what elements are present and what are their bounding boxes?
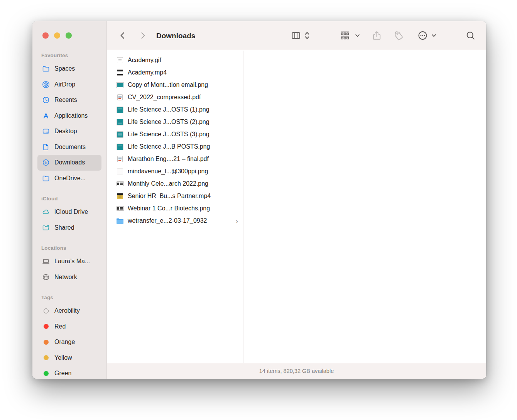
file-row[interactable]: mindavenue_l...@300ppi.png [107, 165, 243, 178]
video-thumbnail-icon [116, 69, 124, 76]
image-thumbnail-icon [116, 57, 124, 64]
sidebar-item-label: Spaces [54, 65, 75, 72]
sidebar-item-label: AirDrop [54, 81, 75, 88]
back-button[interactable] [118, 31, 127, 40]
tag-circle-outline-icon [42, 307, 50, 315]
file-browser: Academy.gif Academy.mp4 Copy of Mont...t… [107, 51, 486, 363]
sidebar-item-onedrive[interactable]: OneDrive... [37, 171, 101, 186]
file-name: CV_2022_compressed.pdf [128, 94, 201, 101]
column-view-button[interactable] [291, 30, 301, 41]
sidebar-item-tag-yellow[interactable]: Yellow [37, 350, 101, 366]
preview-column [244, 51, 486, 363]
image-thumbnail-icon [116, 180, 124, 187]
status-text: 14 items, 820,32 GB available [259, 368, 334, 374]
file-row-folder[interactable]: wetransfer_e...2-03-17_0932 › [107, 215, 243, 227]
sidebar-item-network[interactable]: Network [37, 269, 101, 285]
sidebar-item-label: Desktop [54, 128, 77, 135]
sidebar-item-label: Applications [54, 112, 88, 119]
pdf-thumbnail-icon [116, 94, 124, 101]
app-store-icon [42, 112, 50, 120]
file-name: Academy.mp4 [128, 69, 167, 76]
sidebar-item-icloud-drive[interactable]: iCloud Drive [37, 204, 101, 220]
sidebar-item-label: Green [54, 370, 71, 377]
image-thumbnail-icon [116, 143, 124, 150]
file-row[interactable]: Copy of Mont...tion email.png [107, 79, 243, 91]
image-thumbnail-icon [116, 131, 124, 138]
sidebar-item-label: Orange [54, 339, 75, 345]
sidebar-item-downloads[interactable]: Downloads [37, 155, 101, 171]
chevron-down-icon[interactable] [431, 33, 437, 39]
image-thumbnail-icon [116, 205, 124, 212]
sidebar-item-label: Downloads [54, 159, 85, 166]
sidebar-item-label: Documents [54, 144, 86, 151]
tag-circle-icon [42, 338, 50, 346]
sidebar-item-label: Laura’s Ma... [54, 258, 90, 265]
shared-folder-icon [42, 224, 50, 232]
finder-window: Favourites Spaces AirDrop [32, 21, 486, 379]
folder-icon [42, 64, 50, 73]
view-options-chevrons-icon[interactable] [304, 31, 310, 40]
download-circle-icon [42, 158, 50, 167]
file-row[interactable]: Life Science J...B POSTS.png [107, 141, 243, 153]
tag-circle-icon [42, 354, 50, 362]
clock-icon [42, 96, 50, 104]
sidebar-item-spaces[interactable]: Spaces [37, 61, 101, 77]
file-list-column: Academy.gif Academy.mp4 Copy of Mont...t… [107, 51, 243, 363]
group-by-button[interactable] [340, 30, 350, 41]
desktop-icon [42, 127, 50, 135]
file-row[interactable]: CV_2022_compressed.pdf [107, 91, 243, 103]
sidebar-item-tag-red[interactable]: Red [37, 319, 101, 335]
file-row[interactable]: Life Science J...OSTS (2).png [107, 116, 243, 128]
sidebar-item-shared[interactable]: Shared [37, 220, 101, 236]
file-row[interactable]: Academy.gif [107, 54, 243, 66]
sidebar-item-label: OneDrive... [54, 175, 86, 182]
toolbar: Downloads [107, 21, 486, 50]
file-row[interactable]: Webinar 1 Co...r Biotechs.png [107, 202, 243, 215]
sidebar-item-tag-aerobility[interactable]: Aerobility [37, 303, 101, 319]
sidebar-section-icloud: iCloud [32, 195, 106, 203]
folder-icon [116, 217, 124, 224]
sidebar-item-tag-green[interactable]: Green [37, 366, 101, 379]
file-row[interactable]: Academy.mp4 [107, 66, 243, 79]
file-row[interactable]: Senior HR Bu...s Partner.mp4 [107, 190, 243, 202]
cloud-icon [42, 208, 50, 216]
file-name: Life Science J...OSTS (1).png [128, 106, 210, 113]
file-row[interactable]: Monthly Cele...arch 2022.png [107, 178, 243, 190]
sidebar-item-airdrop[interactable]: AirDrop [37, 77, 101, 93]
share-button[interactable] [372, 30, 382, 41]
sidebar-item-desktop[interactable]: Desktop [37, 124, 101, 139]
file-name: Life Science J...OSTS (2).png [128, 119, 210, 125]
chevron-down-icon[interactable] [355, 33, 360, 39]
minimize-window-button[interactable] [54, 32, 60, 39]
zoom-window-button[interactable] [66, 32, 72, 39]
video-thumbnail-icon [116, 193, 124, 200]
forward-button[interactable] [139, 31, 147, 40]
file-row[interactable]: Life Science J...OSTS (1).png [107, 103, 243, 116]
sidebar-item-recents[interactable]: Recents [37, 92, 101, 108]
sidebar: Favourites Spaces AirDrop [32, 21, 107, 379]
file-name: Marathon Eng....21 – final.pdf [128, 156, 209, 163]
file-name: mindavenue_l...@300ppi.png [128, 168, 208, 175]
sidebar-section-favourites: Favourites [32, 52, 106, 59]
more-actions-button[interactable] [417, 30, 428, 41]
airdrop-icon [42, 80, 50, 89]
image-thumbnail-icon [116, 81, 124, 88]
globe-icon [42, 273, 50, 281]
file-row[interactable]: Life Science J...OSTS (3).png [107, 128, 243, 141]
sidebar-item-label: Aerobility [54, 307, 80, 314]
file-name: Academy.gif [128, 57, 161, 64]
sidebar-item-lauras-mac[interactable]: Laura’s Ma... [37, 254, 101, 269]
sidebar-item-label: Shared [54, 224, 74, 231]
search-button[interactable] [465, 30, 476, 41]
folder-icon [42, 174, 50, 183]
sidebar-item-tag-orange[interactable]: Orange [37, 334, 101, 350]
file-row[interactable]: Marathon Eng....21 – final.pdf [107, 153, 243, 165]
tag-button[interactable] [394, 30, 404, 41]
sidebar-item-label: Recents [54, 97, 77, 103]
laptop-icon [42, 257, 50, 266]
file-name: Copy of Mont...tion email.png [128, 81, 208, 88]
sidebar-item-applications[interactable]: Applications [37, 108, 101, 124]
sidebar-item-documents[interactable]: Documents [37, 139, 101, 155]
close-window-button[interactable] [42, 32, 49, 39]
sidebar-item-label: Network [54, 274, 77, 281]
